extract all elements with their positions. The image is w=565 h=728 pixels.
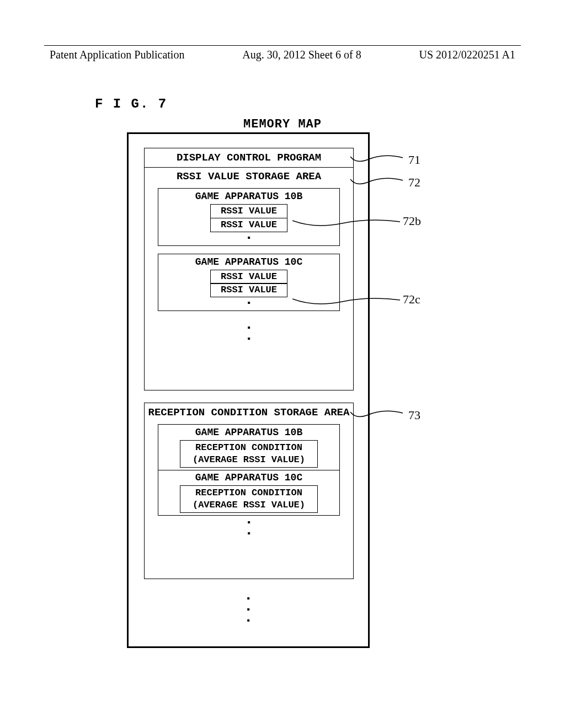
lead-line-icon	[350, 405, 408, 422]
rssi-value-10b-1: RSSI VALUE	[210, 204, 287, 218]
apparatus-10c-title: GAME APPARATUS 10C	[158, 254, 339, 270]
reception-10b-line1: RECEPTION CONDITION	[180, 442, 317, 454]
rssi-storage-title: RSSI VALUE STORAGE AREA	[145, 167, 353, 186]
dots-icon: ▪	[158, 232, 339, 241]
reception-10c-line1: RECEPTION CONDITION	[180, 487, 317, 499]
reception-10c-box: GAME APPARATUS 10C RECEPTION CONDITION (…	[158, 470, 340, 516]
display-control-program-row: DISPLAY CONTROL PROGRAM	[144, 148, 354, 168]
reception-10b-value: RECEPTION CONDITION (AVERAGE RSSI VALUE)	[180, 440, 318, 468]
page: Patent Application Publication Aug. 30, …	[0, 0, 565, 728]
figure-label: F I G. 7	[95, 97, 167, 111]
reception-10b-box: GAME APPARATUS 10B RECEPTION CONDITION (…	[158, 424, 340, 470]
lead-line-icon	[350, 173, 408, 189]
ref-71: 71	[408, 153, 420, 167]
lead-line-icon	[350, 150, 408, 167]
rssi-value-10b-2: RSSI VALUE	[210, 218, 287, 232]
dots-icon: ▪	[129, 596, 368, 602]
reception-10b-line2: (AVERAGE RSSI VALUE)	[180, 454, 317, 466]
reception-storage-title: RECEPTION CONDITION STORAGE AREA	[145, 403, 353, 422]
header-center: Aug. 30, 2012 Sheet 6 of 8	[242, 49, 361, 61]
dots-icon: ▪	[129, 618, 368, 624]
page-header: Patent Application Publication Aug. 30, …	[50, 49, 515, 61]
reception-10c-line2: (AVERAGE RSSI VALUE)	[180, 499, 317, 511]
dots-icon: ▪	[145, 516, 353, 526]
memory-map-box: DISPLAY CONTROL PROGRAM RSSI VALUE STORA…	[127, 132, 370, 648]
ref-72c: 72c	[403, 292, 420, 307]
rssi-value-10c-1: RSSI VALUE	[210, 270, 287, 284]
rssi-value-10c-2: RSSI VALUE	[210, 283, 287, 297]
dots-icon: ▪	[145, 311, 353, 331]
header-right: US 2012/0220251 A1	[419, 49, 515, 61]
rssi-storage-area: RSSI VALUE STORAGE AREA GAME APPARATUS 1…	[144, 167, 354, 390]
diagram-title: MEMORY MAP	[0, 117, 565, 131]
reception-10c-value: RECEPTION CONDITION (AVERAGE RSSI VALUE)	[180, 485, 318, 513]
dots-icon: ▪	[129, 607, 368, 613]
apparatus-10b-title: GAME APPARATUS 10B	[158, 189, 339, 204]
reception-storage-area: RECEPTION CONDITION STORAGE AREA GAME AP…	[144, 403, 354, 579]
header-rule	[44, 45, 521, 46]
ref-72b: 72b	[403, 214, 421, 228]
header-left: Patent Application Publication	[50, 49, 184, 61]
lead-line-icon	[292, 215, 403, 232]
lead-line-icon	[292, 293, 403, 310]
ref-73: 73	[408, 408, 420, 422]
ref-72: 72	[408, 175, 420, 190]
reception-10c-title: GAME APPARATUS 10C	[158, 470, 339, 485]
reception-10b-title: GAME APPARATUS 10B	[158, 425, 339, 440]
